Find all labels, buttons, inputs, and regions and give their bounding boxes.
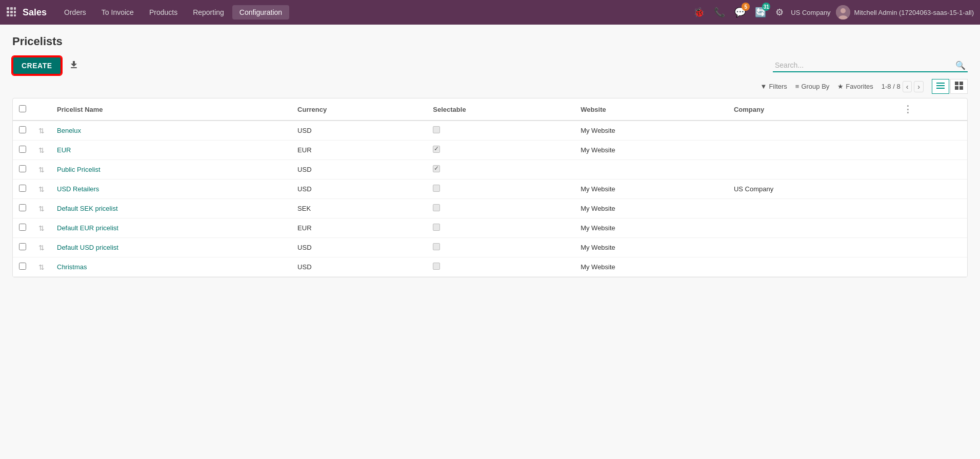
page-title: Pricelists bbox=[12, 35, 968, 48]
pricelist-name: Benelux bbox=[57, 127, 81, 134]
drag-handle[interactable]: ⇅ bbox=[38, 205, 45, 213]
pricelist-company: US Company bbox=[728, 179, 897, 199]
row-checkbox[interactable] bbox=[19, 243, 26, 250]
toolbar-right: 🔍 bbox=[773, 59, 968, 72]
pricelist-company bbox=[728, 121, 897, 141]
pricelist-currency: EUR bbox=[291, 141, 427, 160]
star-icon: ★ bbox=[837, 83, 844, 90]
group-by-button[interactable]: ≡ Group By bbox=[795, 83, 830, 90]
selectable-checkbox bbox=[433, 224, 440, 231]
filters-button[interactable]: ▼ Filters bbox=[761, 83, 787, 90]
row-checkbox[interactable] bbox=[19, 224, 26, 231]
activity-icon[interactable]: 🔄 31 bbox=[753, 5, 768, 20]
svg-rect-18 bbox=[955, 86, 958, 90]
page-header: Pricelists bbox=[12, 35, 968, 48]
svg-rect-2 bbox=[14, 7, 16, 10]
table-row[interactable]: ⇅Default USD pricelistUSDMy Website bbox=[13, 238, 967, 257]
col-more-header: ⋮ bbox=[897, 98, 967, 121]
pricelist-currency: SEK bbox=[291, 199, 427, 218]
pricelist-company bbox=[728, 141, 897, 160]
nav-products[interactable]: Products bbox=[142, 5, 185, 19]
pricelist-company bbox=[728, 218, 897, 238]
pricelist-website: My Website bbox=[574, 179, 728, 199]
list-view-button[interactable] bbox=[932, 79, 949, 94]
pricelists-table: Pricelist Name Currency Selectable Websi… bbox=[12, 98, 968, 277]
pricelist-name: Default USD pricelist bbox=[57, 244, 118, 251]
table-row[interactable]: ⇅Default SEK pricelistSEKMy Website bbox=[13, 199, 967, 218]
svg-rect-13 bbox=[936, 83, 945, 84]
svg-rect-14 bbox=[936, 85, 945, 86]
search-icon[interactable]: 🔍 bbox=[955, 61, 966, 70]
pricelist-website: My Website bbox=[574, 121, 728, 141]
table-row[interactable]: ⇅BeneluxUSDMy Website bbox=[13, 121, 967, 141]
more-options-icon[interactable]: ⋮ bbox=[903, 104, 912, 114]
kanban-view-button[interactable] bbox=[950, 79, 968, 94]
table-row[interactable]: ⇅Public PricelistUSD bbox=[13, 160, 967, 179]
nav-orders[interactable]: Orders bbox=[57, 5, 93, 19]
chat-icon[interactable]: 💬 5 bbox=[732, 5, 748, 20]
search-input[interactable] bbox=[775, 61, 955, 69]
pricelist-company bbox=[728, 160, 897, 179]
top-nav: Sales Orders To Invoice Products Reporti… bbox=[0, 0, 980, 25]
nav-reporting[interactable]: Reporting bbox=[186, 5, 231, 19]
group-by-icon: ≡ bbox=[795, 83, 799, 90]
activity-badge: 31 bbox=[762, 3, 770, 11]
svg-rect-12 bbox=[71, 67, 77, 68]
drag-handle[interactable]: ⇅ bbox=[38, 166, 45, 174]
select-all-header bbox=[13, 98, 32, 121]
download-button[interactable] bbox=[66, 57, 82, 74]
create-button[interactable]: CREATE bbox=[12, 56, 62, 75]
selectable-checkbox bbox=[433, 165, 440, 172]
settings-icon[interactable]: ⚙ bbox=[773, 5, 786, 20]
row-checkbox[interactable] bbox=[19, 165, 26, 172]
prev-page-button[interactable]: ‹ bbox=[903, 81, 912, 92]
grid-icon[interactable] bbox=[6, 7, 16, 18]
pricelist-name: Default EUR pricelist bbox=[57, 224, 118, 232]
bug-icon[interactable]: 🐞 bbox=[691, 5, 707, 20]
table-row[interactable]: ⇅ChristmasUSDMy Website bbox=[13, 257, 967, 277]
select-all-checkbox[interactable] bbox=[19, 105, 26, 112]
drag-handle[interactable]: ⇅ bbox=[38, 244, 45, 252]
pricelist-name: EUR bbox=[57, 146, 71, 154]
drag-handle[interactable]: ⇅ bbox=[38, 224, 45, 232]
svg-rect-15 bbox=[936, 88, 945, 89]
selectable-checkbox bbox=[433, 185, 440, 192]
table-row[interactable]: ⇅USD RetailersUSDMy WebsiteUS Company bbox=[13, 179, 967, 199]
phone-icon[interactable]: 📞 bbox=[712, 5, 727, 20]
row-checkbox[interactable] bbox=[19, 146, 26, 153]
row-checkbox[interactable] bbox=[19, 263, 26, 270]
row-checkbox[interactable] bbox=[19, 185, 26, 192]
company-name: US Company bbox=[791, 9, 830, 16]
pricelist-name: Default SEK pricelist bbox=[57, 205, 118, 212]
nav-to-invoice[interactable]: To Invoice bbox=[94, 5, 141, 19]
user-name: Mitchell Admin (17204063-saas-15-1-all) bbox=[854, 9, 974, 16]
drag-handle[interactable]: ⇅ bbox=[38, 263, 45, 271]
user-info[interactable]: Mitchell Admin (17204063-saas-15-1-all) bbox=[836, 5, 974, 19]
svg-rect-19 bbox=[959, 86, 963, 90]
nav-links: Orders To Invoice Products Reporting Con… bbox=[57, 5, 689, 19]
selectable-checkbox bbox=[433, 243, 440, 250]
pricelist-company bbox=[728, 257, 897, 277]
svg-rect-0 bbox=[7, 7, 9, 10]
toolbar-row: CREATE 🔍 bbox=[12, 56, 968, 75]
row-checkbox[interactable] bbox=[19, 204, 26, 211]
favorites-button[interactable]: ★ Favorites bbox=[837, 83, 873, 90]
pagination-text: 1-8 / 8 bbox=[882, 83, 901, 90]
table-row[interactable]: ⇅Default EUR pricelistEURMy Website bbox=[13, 218, 967, 238]
drag-handle[interactable]: ⇅ bbox=[38, 146, 45, 154]
drag-handle[interactable]: ⇅ bbox=[38, 127, 45, 135]
svg-rect-17 bbox=[959, 82, 963, 85]
svg-rect-5 bbox=[14, 11, 16, 13]
next-page-button[interactable]: › bbox=[914, 81, 924, 92]
drag-handle[interactable]: ⇅ bbox=[38, 185, 45, 193]
selectable-checkbox bbox=[433, 146, 440, 153]
pricelist-website: My Website bbox=[574, 218, 728, 238]
col-name-header: Pricelist Name bbox=[51, 98, 291, 121]
row-checkbox[interactable] bbox=[19, 126, 26, 133]
svg-rect-16 bbox=[955, 82, 958, 85]
table-row[interactable]: ⇅EUREURMy Website bbox=[13, 141, 967, 160]
pricelist-currency: USD bbox=[291, 257, 427, 277]
nav-configuration[interactable]: Configuration bbox=[232, 5, 289, 19]
pricelist-currency: EUR bbox=[291, 218, 427, 238]
chat-badge: 5 bbox=[742, 3, 750, 11]
